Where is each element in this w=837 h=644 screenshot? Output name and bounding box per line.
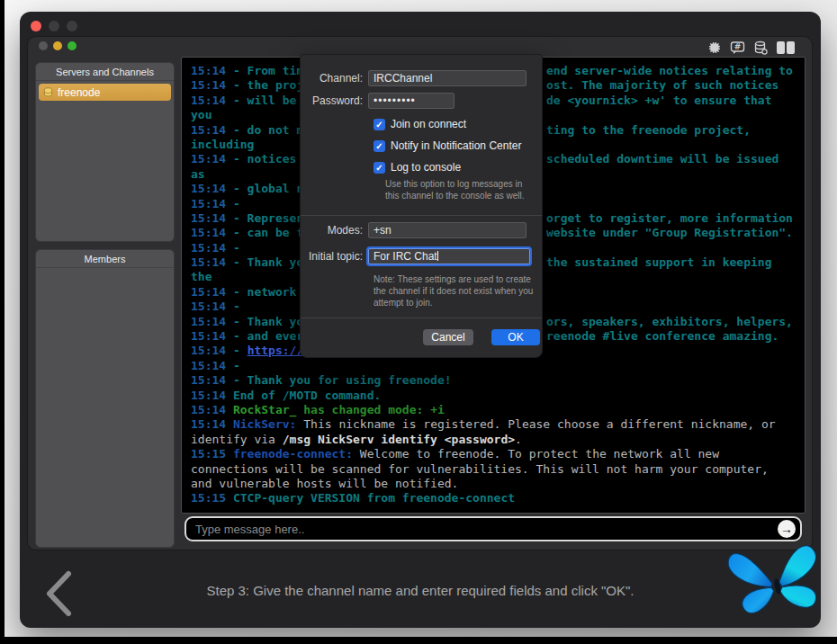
members-panel: Members — [35, 249, 175, 548]
chat-line: 15:14 - Thank you for using freenode! — [191, 373, 805, 388]
server-list-icon[interactable] — [753, 40, 768, 55]
screenshot-edge-bottom — [0, 637, 837, 644]
close-button-disabled — [39, 41, 48, 50]
chat-segment: scheduled downtime will be issued — [546, 152, 778, 166]
channel-row: Channel: IRCChannel — [301, 70, 542, 86]
log-console-row[interactable]: ✓ Log to console — [374, 161, 461, 174]
chat-segment: /msg NickServ identify <password> — [283, 433, 515, 446]
chat-segment: 15:14 — [191, 241, 226, 255]
chat-segment: 15:14 — [191, 94, 226, 107]
channel-chat-icon[interactable]: # — [730, 40, 745, 55]
close-button[interactable] — [31, 21, 41, 31]
dialog-separator-2 — [301, 318, 542, 318]
chat-segment: ting to the freenode project, — [546, 123, 751, 138]
layout-panes-icon[interactable] — [776, 40, 796, 55]
topic-row: Initial topic: For IRC Chat — [301, 248, 542, 264]
topic-field[interactable]: For IRC Chat — [368, 248, 530, 264]
outer-traffic-lights — [31, 21, 77, 31]
chat-segment: . — [515, 433, 522, 446]
zoom-button[interactable] — [68, 41, 76, 50]
chat-segment: - Thank you for using freenode! — [226, 373, 451, 387]
chat-segment: website under "Group Registration". — [546, 226, 793, 240]
chat-segment: the — [191, 270, 212, 283]
chat-segment: reenode #live conference amazing. — [546, 329, 778, 344]
minimize-button[interactable] — [49, 21, 59, 31]
message-input[interactable]: Type message here.. → — [184, 516, 802, 541]
chat-segment: 15:14 — [191, 152, 226, 165]
screenshot-edge-left — [0, 0, 4, 644]
chat-segment: 15:14 — [191, 300, 226, 313]
chat-segment: - — [226, 197, 240, 210]
chat-line: 15:15 freenode-connect: Welcome to freen… — [191, 447, 805, 461]
minimize-button[interactable] — [53, 41, 62, 50]
chat-segment: 15:15 — [191, 491, 226, 505]
chat-segment: 15:14 — [191, 182, 226, 195]
password-label: Password: — [301, 93, 368, 109]
join-on-connect-checkbox[interactable]: ✓ — [374, 119, 385, 130]
channel-label: Channel: — [301, 70, 368, 86]
chat-segment: 15:14 — [191, 329, 226, 343]
chat-segment: RockStar_ — [226, 403, 296, 416]
chat-segment: - — [226, 300, 240, 313]
chat-segment: 15:14 — [191, 315, 226, 328]
modes-field[interactable]: +sn — [368, 222, 526, 238]
chat-segment: orget to register, more information — [546, 211, 793, 226]
chat-segment: 15:14 — [191, 344, 226, 357]
svg-text:#: # — [734, 42, 742, 51]
message-input-placeholder: Type message here.. — [195, 523, 778, 536]
dialog-note: Note: These settings are used to create … — [374, 273, 534, 309]
ok-button[interactable]: OK — [491, 329, 540, 345]
chat-segment: you — [191, 108, 212, 121]
butterfly-image — [727, 536, 826, 633]
password-field[interactable]: ••••••••• — [368, 93, 454, 109]
notify-row[interactable]: ✓ Notify in Notification Center — [374, 139, 521, 152]
log-console-help: Use this option to log messages in this … — [385, 178, 536, 201]
cancel-button[interactable]: Cancel — [423, 329, 473, 345]
settings-gear-icon[interactable] — [707, 40, 722, 55]
chat-segment: and vulnerable hosts will be notified. — [191, 477, 458, 490]
chat-segment: 15:14 — [191, 403, 226, 416]
modes-row: Modes: +sn — [301, 222, 542, 238]
chat-segment: 15:14 — [191, 255, 226, 269]
chat-segment: - — [226, 241, 240, 255]
chat-line: 15:15 CTCP-query VERSION from freenode-c… — [191, 491, 805, 505]
chat-segment: connections will be scanned for vulnerab… — [191, 462, 769, 476]
chat-segment: 15:14 — [191, 417, 226, 431]
notify-label: Notify in Notification Center — [391, 139, 521, 152]
chat-segment: 15:14 — [191, 389, 226, 402]
chat-line: 15:14 NickServ: This nickname is registe… — [191, 417, 805, 432]
server-item-label: freenode — [58, 86, 100, 99]
dialog-separator-1 — [301, 215, 542, 216]
channel-field[interactable]: IRCChannel — [368, 70, 526, 86]
server-stack-icon — [43, 87, 53, 97]
topic-value: For IRC Chat — [374, 250, 437, 263]
join-on-connect-label: Join on connect — [391, 118, 466, 130]
chat-segment: This nickname is registered. Please choo… — [296, 417, 775, 431]
chat-line: and vulnerable hosts will be notified. — [191, 477, 805, 491]
chat-segment: End of /MOTD command. — [226, 389, 381, 402]
password-row: Password: ••••••••• — [301, 93, 542, 109]
send-button[interactable]: → — [778, 520, 796, 538]
chat-segment: has changed mode: +i — [296, 403, 444, 416]
zoom-button[interactable] — [67, 21, 77, 31]
chat-segment: 15:14 — [191, 359, 226, 372]
notify-checkbox[interactable]: ✓ — [374, 140, 385, 152]
chat-segment: NickServ: — [226, 417, 296, 431]
modes-label: Modes: — [301, 222, 368, 238]
servers-panel-header: Servers and Channels — [36, 63, 174, 81]
chat-line: 15:14 End of /MOTD command. — [191, 389, 805, 403]
channel-properties-dialog: Channel: IRCChannel Password: ••••••••• … — [300, 54, 543, 358]
chat-segment: CTCP-query VERSION from freenode-connect — [226, 491, 515, 505]
chat-segment: 15:15 — [191, 447, 226, 461]
log-console-checkbox[interactable]: ✓ — [374, 162, 385, 174]
chat-segment: - — [226, 344, 247, 357]
chat-segment: ost. The majority of such notices — [546, 78, 778, 93]
chat-segment: 15:14 — [191, 64, 226, 77]
chat-segment: end server-wide notices relating to — [546, 64, 793, 78]
chat-segment: Welcome to freenode. To protect the netw… — [353, 447, 719, 461]
chat-line: 15:14 RockStar_ has changed mode: +i — [191, 403, 805, 417]
sidebar-item-freenode[interactable]: freenode — [39, 84, 171, 101]
chat-segment: the sustained support in keeping — [546, 255, 771, 270]
join-on-connect-row[interactable]: ✓ Join on connect — [374, 118, 466, 130]
chat-segment: de <yournick> +w' to ensure that — [546, 94, 771, 108]
